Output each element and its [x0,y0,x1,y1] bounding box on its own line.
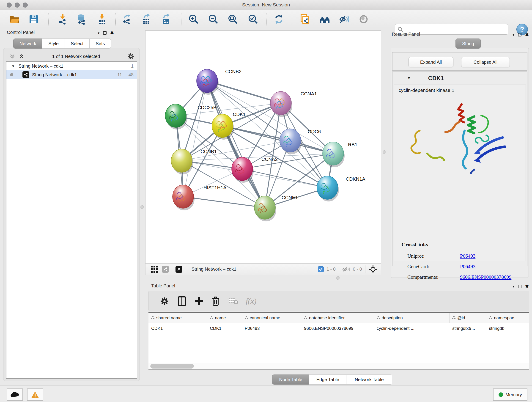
add-column-icon[interactable] [193,295,205,307]
column-label: description [382,315,403,320]
node-CDK1[interactable] [212,114,233,138]
zoom-fit-icon[interactable] [227,13,239,25]
table-panel-float-icon[interactable] [518,285,521,288]
export-table-icon[interactable] [141,13,152,25]
tab-select[interactable]: Select [65,38,90,49]
zoom-selected-icon[interactable] [247,13,259,25]
zoom-in-icon[interactable] [188,13,199,25]
open-session-icon[interactable] [9,13,20,25]
results-panel-menu-icon[interactable]: ▾ [513,33,515,37]
selected-nodes-checkbox-icon[interactable] [318,266,324,272]
network-status-dot [10,73,13,76]
left-splitter-handle[interactable] [140,205,144,209]
crosslink-link[interactable]: P06493 [460,264,475,269]
column-header[interactable]: canonical name [242,313,301,323]
table-panel-menu-icon[interactable]: ▾ [513,284,515,288]
node-RB1[interactable] [323,142,344,165]
table-panel-close-icon[interactable]: ✖ [525,284,529,289]
import-network-file-icon[interactable] [57,13,68,25]
tab-node-table[interactable]: Node Table [272,375,309,385]
edge-HIST1H1A-CCNE1[interactable] [183,197,265,208]
network-canvas[interactable]: CCNB2CCNA1CDC25BCDK1CDC6RB1CCNB1CCNA2CDK… [145,31,381,265]
control-panel-float-icon[interactable] [103,31,107,35]
network-share-icon[interactable] [162,266,169,273]
column-header[interactable]: description [374,313,450,323]
node-HIST1H1A[interactable] [172,185,194,208]
node-CCNA2[interactable] [232,157,253,181]
tab-style[interactable]: Style [42,38,65,49]
crosslink-link[interactable]: 9606.ENSP00000378699 [460,274,511,280]
zoom-out-icon[interactable] [208,13,219,25]
hide-graphics-details-icon[interactable] [339,13,350,25]
collapse-all-button[interactable]: Collapse All [461,57,510,67]
column-header[interactable]: name [207,313,242,323]
tab-network[interactable]: Network [13,38,42,49]
control-panel-menu-icon[interactable]: ▾ [98,31,100,35]
table-horizontal-scrollbar[interactable] [148,363,529,369]
birds-eye-view-icon[interactable] [176,266,182,273]
node-label-CCNB1: CCNB1 [201,149,217,154]
import-network-database-icon[interactable] [76,13,87,25]
fit-selection-crosshair-icon[interactable] [369,265,377,274]
export-network-icon[interactable] [121,13,133,25]
scrollbar-thumb[interactable] [150,364,194,369]
memory-button[interactable]: Memory [493,389,527,401]
show-graphics-toggle-icon[interactable] [358,13,369,25]
collapse-all-networks-icon[interactable] [10,54,16,59]
network-row[interactable]: String Network – cdk1 11 48 [6,70,137,79]
horizontal-splitter-handle[interactable] [336,276,340,280]
cybrowser-icon[interactable] [319,13,330,25]
update-network-icon[interactable] [273,13,285,25]
node-CDC6[interactable] [280,129,301,152]
node-CDKN1A[interactable] [317,176,338,199]
tab-network-table[interactable]: Network Table [346,375,392,385]
table-cell: stringdb:9... [450,323,486,334]
gene-expander-icon[interactable]: ▼ [407,76,411,80]
tab-string[interactable]: String [456,38,481,49]
collection-count: 1 [131,64,133,69]
import-table-file-icon[interactable] [96,13,108,25]
results-panel-title: Results Panel [392,32,420,37]
expand-all-button[interactable]: Expand All [409,57,453,67]
control-panel-title: Control Panel [7,30,35,35]
tab-edge-table[interactable]: Edge Table [309,375,346,385]
results-panel-float-icon[interactable] [518,33,521,36]
collection-expander-icon[interactable]: ▼ [12,64,15,68]
open-documentation-icon[interactable] [299,13,311,25]
warnings-button[interactable] [27,389,43,401]
delete-column-icon[interactable] [209,295,222,307]
node-CDC25B[interactable] [165,104,186,128]
column-header[interactable]: @id [450,313,486,323]
crosslink-link[interactable]: P06493 [460,253,475,259]
control-panel-close-icon[interactable]: ✖ [110,30,114,36]
table-options-gear-icon[interactable] [158,295,171,307]
export-image-icon[interactable] [160,13,172,25]
node-CCNB1[interactable] [171,149,192,172]
show-columns-icon[interactable] [176,295,188,307]
hidden-items-eye-icon[interactable] [342,267,350,272]
node-CCNE1[interactable] [254,196,275,219]
function-builder-icon[interactable]: f(x) [245,295,257,307]
cloud-status-button[interactable] [7,389,23,401]
network-options-gear-icon[interactable] [127,53,134,60]
save-session-icon[interactable] [28,13,39,25]
tab-sets[interactable]: Sets [89,38,111,49]
column-header[interactable]: namespac [486,313,529,323]
column-header[interactable]: shared name [148,313,207,323]
node-CCNA1[interactable] [270,91,291,115]
column-header[interactable]: database identifier [301,313,374,323]
network-label: String Network – cdk1 [32,72,77,77]
crosslink-label: Compartments: [407,274,460,280]
edge-CCNB1-CDKN1A[interactable] [182,161,327,188]
grid-view-icon[interactable] [151,265,158,273]
table-row[interactable]: CDK1CDK1P064939606.ENSP00000378699cyclin… [148,323,529,334]
table-header-row: shared namenamecanonical namedatabase id… [148,313,529,323]
right-splitter-handle[interactable] [383,150,386,154]
node-CCNB2[interactable] [196,69,218,93]
table-tabs: Node Table Edge Table Network Table [272,375,392,385]
delete-table-icon[interactable] [227,295,239,307]
edge-HIST1H1A-CCNB2[interactable] [183,81,207,197]
expand-all-networks-icon[interactable] [19,54,25,59]
network-collection-row[interactable]: ▼ String Network – cdk1 1 [6,62,137,70]
results-panel-close-icon[interactable]: ✖ [525,32,529,37]
